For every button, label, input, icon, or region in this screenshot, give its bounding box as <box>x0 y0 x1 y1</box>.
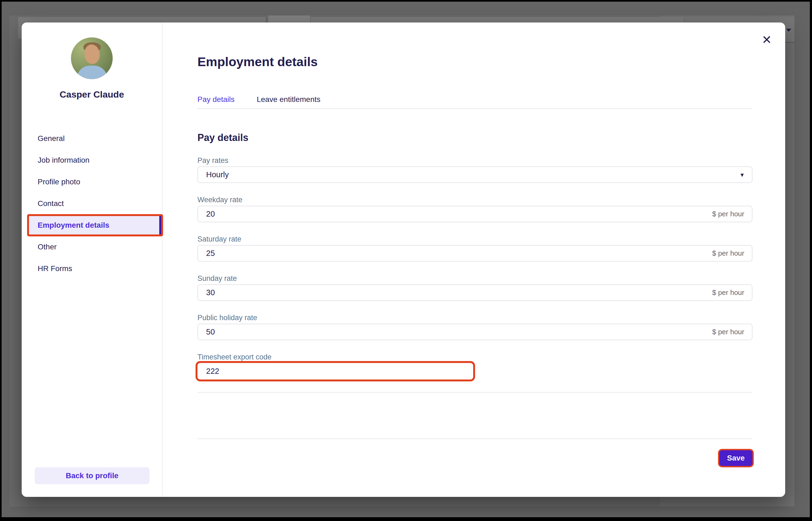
avatar <box>71 38 113 79</box>
saturday-rate-label: Saturday rate <box>197 234 753 244</box>
modal-footer: Save <box>197 450 753 466</box>
close-icon: ✕ <box>762 33 772 46</box>
sidebar-nav: General Job information Profile photo Co… <box>22 129 162 278</box>
sunday-rate-input[interactable] <box>198 285 712 300</box>
timesheet-export-code-group: Timesheet export code <box>197 353 753 380</box>
modal-title: Employment details <box>197 54 753 70</box>
pay-rates-label: Pay rates <box>197 156 753 165</box>
background-chevron-down-icon <box>786 29 791 32</box>
sidebar-item-employment-details[interactable]: Employment details <box>29 216 161 234</box>
public-holiday-rate-field: $ per hour <box>197 324 753 340</box>
divider <box>197 438 753 439</box>
saturday-rate-input[interactable] <box>198 246 712 261</box>
weekday-rate-field: $ per hour <box>197 206 753 222</box>
sunday-rate-suffix: $ per hour <box>712 289 752 297</box>
sunday-rate-label: Sunday rate <box>197 274 753 283</box>
weekday-rate-suffix: $ per hour <box>712 210 752 218</box>
tab-leave-entitlements[interactable]: Leave entitlements <box>257 95 320 104</box>
sidebar-item-contact[interactable]: Contact <box>22 194 162 213</box>
divider <box>197 392 753 393</box>
section-heading: Pay details <box>197 132 753 144</box>
timesheet-export-code-label: Timesheet export code <box>197 353 753 362</box>
sunday-rate-field: $ per hour <box>197 285 753 301</box>
saturday-rate-field: $ per hour <box>197 245 753 262</box>
saturday-rate-group: Saturday rate $ per hour <box>197 234 753 262</box>
pay-rates-value: Hourly <box>198 170 229 179</box>
sidebar-item-profile-photo[interactable]: Profile photo <box>22 173 162 191</box>
pay-rates-select[interactable]: Hourly ▾ <box>197 166 753 183</box>
saturday-rate-suffix: $ per hour <box>712 249 752 257</box>
back-to-profile-button[interactable]: Back to profile <box>35 467 149 484</box>
timesheet-export-code-field <box>197 363 473 380</box>
public-holiday-rate-label: Public holiday rate <box>197 313 753 322</box>
weekday-rate-label: Weekday rate <box>197 195 753 204</box>
timesheet-export-code-input[interactable] <box>198 363 473 379</box>
employment-details-modal: Casper Claude General Job information Pr… <box>22 23 785 497</box>
weekday-rate-input[interactable] <box>198 206 712 222</box>
sidebar-item-other[interactable]: Other <box>22 238 162 256</box>
sidebar-item-general[interactable]: General <box>22 129 162 148</box>
save-button[interactable]: Save <box>719 450 753 466</box>
sidebar-item-hr-forms[interactable]: HR Forms <box>22 259 162 278</box>
profile-sidebar: Casper Claude General Job information Pr… <box>22 23 163 497</box>
sunday-rate-group: Sunday rate $ per hour <box>197 274 753 301</box>
pay-details-form: Pay rates Hourly ▾ Weekday rate $ per ho… <box>197 156 753 380</box>
pay-rates-group: Pay rates Hourly ▾ <box>197 156 753 183</box>
sidebar-item-job-information[interactable]: Job information <box>22 151 162 169</box>
public-holiday-rate-group: Public holiday rate $ per hour <box>197 313 753 340</box>
public-holiday-rate-suffix: $ per hour <box>712 328 752 336</box>
profile-name: Casper Claude <box>22 89 162 100</box>
modal-content: ✕ Employment details Pay details Leave e… <box>163 23 785 497</box>
tabs: Pay details Leave entitlements <box>197 95 753 109</box>
public-holiday-rate-input[interactable] <box>198 324 712 340</box>
weekday-rate-group: Weekday rate $ per hour <box>197 195 753 222</box>
tab-pay-details[interactable]: Pay details <box>197 95 235 104</box>
close-button[interactable]: ✕ <box>759 32 774 47</box>
chevron-down-icon: ▾ <box>740 171 752 179</box>
